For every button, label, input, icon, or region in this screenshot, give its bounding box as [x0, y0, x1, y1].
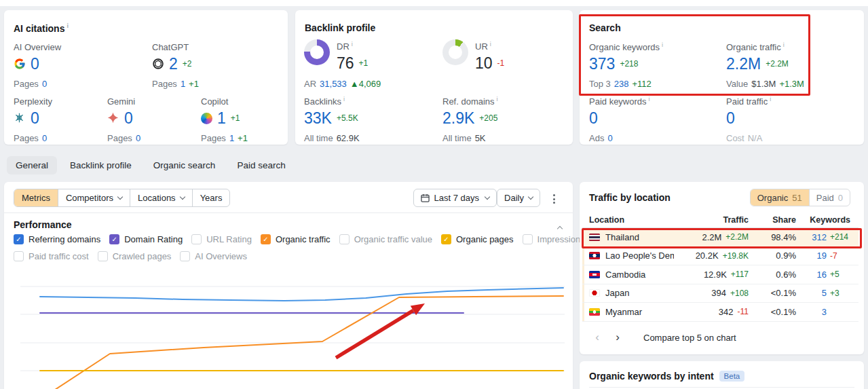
competitors-segment[interactable]: Competitors — [58, 189, 130, 206]
years-segment[interactable]: Years — [193, 189, 230, 206]
pages-count-link[interactable]: 1 — [181, 79, 185, 89]
checkbox-domain-rating[interactable]: ✓Domain Rating — [109, 234, 183, 244]
tab-backlink-profile[interactable]: Backlink profile — [61, 156, 140, 174]
info-icon[interactable] — [770, 96, 771, 103]
overview-tabs: General Backlink profile Organic search … — [7, 156, 295, 174]
chatgpt-icon — [152, 58, 164, 70]
traffic-cell: 342-11 — [674, 307, 749, 317]
ai-overview-count[interactable]: 0 — [31, 55, 39, 73]
ads-count-link[interactable]: 0 — [607, 133, 612, 143]
info-icon[interactable] — [649, 96, 650, 103]
beta-badge: Beta — [719, 371, 745, 382]
location-row-japan[interactable]: Japan394+108<0.1%5+3 — [582, 284, 858, 303]
ar-value-link[interactable]: 31,533 — [320, 79, 347, 89]
checkbox-label: Domain Rating — [124, 234, 183, 244]
ref-domains-count-link[interactable]: 2.9K — [442, 109, 474, 127]
keywords-cell[interactable]: 19-7 — [796, 251, 850, 261]
annotation-arrow-shaft — [336, 310, 413, 358]
organic-keywords-count-link[interactable]: 373 — [589, 55, 615, 73]
location-table-footer: ‹ › Compare top 5 on chart — [589, 326, 736, 349]
chart-line-referring-domains — [40, 288, 563, 301]
compare-top5-link[interactable]: Compare top 5 on chart — [643, 333, 736, 343]
info-icon[interactable] — [662, 41, 663, 48]
organic-traffic-count-link[interactable]: 2.2M — [726, 55, 761, 73]
checkbox-label: Paid traffic cost — [29, 251, 89, 261]
tab-general[interactable]: General — [7, 156, 57, 174]
unchecked-checkbox-icon — [523, 234, 533, 244]
checkbox-label: Organic pages — [456, 234, 514, 244]
share-cell: 98.4% — [749, 232, 796, 242]
gemini-count[interactable]: 0 — [124, 109, 133, 127]
date-range-button[interactable]: Last 7 days — [413, 189, 497, 207]
collapse-section-button[interactable] — [553, 221, 562, 234]
checkbox-ai-overviews[interactable]: AI Overviews — [180, 251, 247, 261]
traffic-cell: 20.2K+19.8K — [674, 251, 749, 261]
paid-traffic-metric: Paid traffic 0 CostN/A — [726, 96, 771, 143]
cambodia-flag-icon — [589, 271, 600, 278]
prev-page-button[interactable]: ‹ — [589, 329, 605, 346]
checkbox-paid-traffic-cost[interactable]: Paid traffic cost — [14, 251, 89, 261]
checkbox-organic-traffic-value[interactable]: Organic traffic value — [339, 234, 432, 244]
paid-keywords-metric: Paid keywords 0 Ads0 — [589, 96, 650, 143]
checkbox-label: Referring domains — [29, 234, 100, 244]
top3-count-link[interactable]: 238 — [614, 79, 629, 89]
info-icon[interactable] — [343, 96, 345, 103]
chatgpt-count[interactable]: 2 — [169, 55, 178, 73]
ai-citations-card: AI citations AI Overview 0 Pages0 ChatGP… — [4, 10, 288, 145]
metrics-segment[interactable]: Metrics — [14, 189, 58, 206]
paid-traffic-count-link[interactable]: 0 — [726, 109, 735, 127]
keywords-cell[interactable]: 5+3 — [796, 288, 850, 298]
checkbox-organic-traffic[interactable]: ✓Organic traffic — [261, 234, 331, 244]
info-icon[interactable] — [783, 41, 785, 48]
location-row-lao-people-s-democratic-reput[interactable]: Lao People's Democratic Reput20.2K+19.8K… — [582, 247, 858, 266]
info-icon[interactable] — [497, 96, 498, 103]
ai-overview-metric: AI Overview 0 Pages0 — [14, 42, 61, 89]
location-row-cambodia[interactable]: Cambodia12.9K+1170.6%16+5 — [582, 265, 858, 284]
keywords-cell[interactable]: 312+214 — [796, 232, 850, 242]
next-page-button[interactable]: › — [609, 329, 626, 346]
checkbox-crawled-pages[interactable]: Crawled pages — [98, 251, 172, 261]
granularity-button[interactable]: Daily — [497, 189, 540, 207]
keywords-cell[interactable]: 16+5 — [796, 270, 850, 280]
location-row-myanmar[interactable]: Myanmar342-11<0.1%3 — [582, 303, 858, 322]
pages-count-link[interactable]: 0 — [42, 79, 47, 89]
share-cell: <0.1% — [749, 307, 796, 317]
chevron-down-icon — [117, 194, 123, 200]
location-name: Japan — [605, 288, 674, 298]
tab-paid-search[interactable]: Paid search — [228, 156, 294, 174]
perplexity-count[interactable]: 0 — [31, 109, 39, 127]
info-icon[interactable] — [352, 41, 353, 48]
info-icon[interactable] — [490, 41, 491, 48]
location-name: Thailand — [605, 232, 674, 242]
toggle-paid[interactable]: Paid0 — [809, 189, 850, 206]
checkbox-referring-domains[interactable]: ✓Referring domains — [14, 234, 100, 244]
checkbox-impressions[interactable]: Impressions — [523, 234, 585, 244]
toggle-organic[interactable]: Organic51 — [751, 189, 809, 206]
copilot-metric: Copilot 1 +1 Pages1+1 — [201, 96, 251, 143]
checkbox-url-rating[interactable]: URL Rating — [191, 234, 252, 244]
kebab-menu-icon[interactable] — [552, 193, 556, 205]
location-row-thailand[interactable]: Thailand2.2M+2.2M98.4%312+214 — [582, 228, 858, 247]
perplexity-icon — [14, 112, 26, 124]
pages-count-link[interactable]: 0 — [136, 133, 140, 143]
info-icon[interactable] — [67, 22, 69, 29]
checkbox-organic-pages[interactable]: ✓Organic pages — [441, 234, 514, 244]
traffic-cell: 12.9K+117 — [674, 270, 749, 280]
backlinks-count-link[interactable]: 33K — [304, 109, 332, 127]
toolbar-divider — [4, 212, 573, 213]
paid-keywords-count-link[interactable]: 0 — [589, 109, 598, 127]
pages-count-link[interactable]: 1 — [229, 133, 234, 143]
thailand-flag-icon — [589, 234, 600, 241]
checkbox-label: AI Overviews — [195, 251, 247, 261]
organic-traffic-metric: Organic traffic 2.2M+2.2M Value$1.3M+1.3… — [726, 41, 808, 89]
locations-segment[interactable]: Locations — [130, 189, 193, 206]
pages-count-link[interactable]: 0 — [42, 133, 47, 143]
keywords-cell[interactable]: 3 — [796, 307, 850, 317]
tab-organic-search[interactable]: Organic search — [145, 156, 225, 174]
location-name: Myanmar — [605, 307, 674, 317]
checked-checkbox-icon: ✓ — [109, 234, 119, 244]
share-cell: 0.6% — [749, 270, 796, 280]
copilot-count[interactable]: 1 — [217, 109, 226, 127]
chatgpt-metric: ChatGPT 2 +2 Pages1+1 — [152, 42, 202, 89]
keywords-by-intent-card: Organic keywords by intentBeta — [580, 361, 864, 389]
